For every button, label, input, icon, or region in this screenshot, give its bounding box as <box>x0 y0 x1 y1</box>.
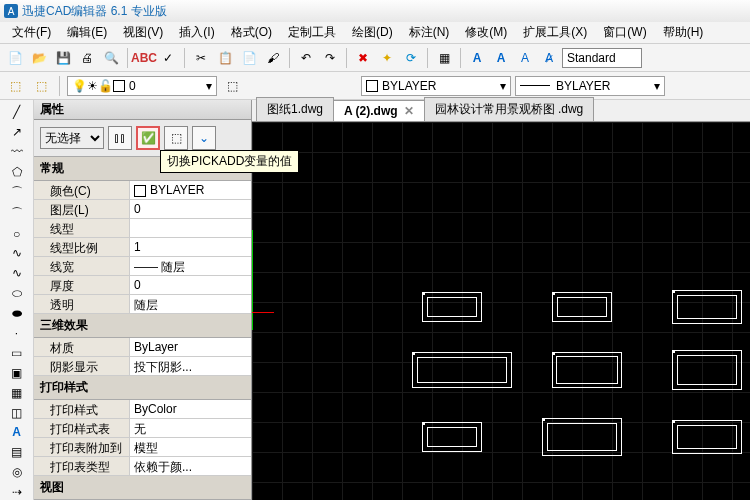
redo-icon[interactable]: ↷ <box>319 47 341 69</box>
line-icon[interactable]: ╱ <box>6 104 28 120</box>
copy-icon[interactable]: 📋 <box>214 47 236 69</box>
ucs-x-axis <box>252 312 274 313</box>
color-swatch <box>366 80 378 92</box>
menu-modify[interactable]: 修改(M) <box>457 22 515 43</box>
menu-window[interactable]: 窗口(W) <box>595 22 654 43</box>
preview-icon[interactable]: 🔍 <box>100 47 122 69</box>
color-combo[interactable]: BYLAYER ▾ <box>361 76 511 96</box>
menu-edit[interactable]: 编辑(E) <box>59 22 115 43</box>
tab-doc3[interactable]: 园林设计常用景观桥图 .dwg <box>424 97 595 121</box>
prop-value[interactable]: 模型 <box>130 438 251 456</box>
circle-icon[interactable]: ○ <box>6 226 28 242</box>
cad-entity[interactable] <box>552 352 622 388</box>
menu-draw[interactable]: 绘图(D) <box>344 22 401 43</box>
spell-icon[interactable]: ✓ <box>157 47 179 69</box>
print-icon[interactable]: 🖨 <box>76 47 98 69</box>
ellipse-icon[interactable]: ⬭ <box>6 285 28 301</box>
open-icon[interactable]: 📂 <box>28 47 50 69</box>
hatch-icon[interactable]: ▦ <box>6 385 28 401</box>
layer-combo[interactable]: 💡 ☀ 🔓 0 ▾ <box>67 76 217 96</box>
ellipsearc-icon[interactable]: ⬬ <box>6 305 28 321</box>
text-icon[interactable]: A <box>6 424 28 440</box>
drawing-viewport[interactable] <box>252 122 750 500</box>
table-icon[interactable]: ▤ <box>6 444 28 460</box>
tab-doc2[interactable]: A (2).dwg✕ <box>333 100 425 121</box>
prop-value[interactable]: 依赖于颜... <box>130 457 251 475</box>
app-logo: A <box>4 4 18 18</box>
region-icon[interactable]: ◫ <box>6 405 28 421</box>
menu-custom[interactable]: 定制工具 <box>280 22 344 43</box>
group-plot[interactable]: 打印样式 <box>34 376 251 400</box>
close-icon[interactable]: ✕ <box>404 104 414 118</box>
rect-icon[interactable]: ▭ <box>6 345 28 361</box>
point-icon[interactable]: · <box>6 325 28 341</box>
arc2-icon[interactable]: ⌒ <box>6 205 28 222</box>
menu-view[interactable]: 视图(V) <box>115 22 171 43</box>
text-a4-icon[interactable]: A̷ <box>538 47 560 69</box>
quickselect-button[interactable]: ⫿⫿ <box>108 126 132 150</box>
prop-value[interactable]: ByLayer <box>130 338 251 356</box>
arc-icon[interactable]: ⌒ <box>6 184 28 201</box>
filter-button[interactable]: ⌄ <box>192 126 216 150</box>
bulb-icon: 💡 <box>72 79 87 93</box>
selectobj-button[interactable]: ⬚ <box>164 126 188 150</box>
cut-icon[interactable]: ✂ <box>190 47 212 69</box>
menu-ext[interactable]: 扩展工具(X) <box>515 22 595 43</box>
prop-value[interactable] <box>130 219 251 237</box>
prop-value[interactable]: 0 <box>130 276 251 294</box>
linetype-combo[interactable]: BYLAYER ▾ <box>515 76 665 96</box>
xline-icon[interactable]: ↗ <box>6 124 28 140</box>
pickadd-toggle-button[interactable]: ✅ <box>136 126 160 150</box>
prop-value[interactable]: ByColor <box>130 400 251 418</box>
text-a1-icon[interactable]: A <box>466 47 488 69</box>
donut-icon[interactable]: ◎ <box>6 464 28 480</box>
textstyle-combo[interactable]: Standard <box>562 48 642 68</box>
ray-icon[interactable]: ⇢ <box>6 484 28 500</box>
cad-entity[interactable] <box>412 352 512 388</box>
text-a2-icon[interactable]: A <box>490 47 512 69</box>
group-3d[interactable]: 三维效果 <box>34 314 251 338</box>
save-icon[interactable]: 💾 <box>52 47 74 69</box>
color-value: BYLAYER <box>382 79 436 93</box>
paste-icon[interactable]: 📄 <box>238 47 260 69</box>
regen-icon[interactable]: ⟳ <box>400 47 422 69</box>
new-icon[interactable]: 📄 <box>4 47 26 69</box>
menu-insert[interactable]: 插入(I) <box>171 22 222 43</box>
tab-doc1[interactable]: 图纸1.dwg <box>256 97 334 121</box>
prop-value[interactable]: 0 <box>130 200 251 218</box>
prop-value[interactable]: BYLAYER <box>130 181 251 199</box>
pline-icon[interactable]: 〰 <box>6 144 28 160</box>
spline-icon[interactable]: ∿ <box>6 245 28 261</box>
cad-entity[interactable] <box>672 420 742 454</box>
cad-entity[interactable] <box>422 422 482 452</box>
selection-filter-combo[interactable]: 无选择 <box>40 127 104 149</box>
polygon-icon[interactable]: ⬠ <box>6 164 28 180</box>
prop-value[interactable]: —— 随层 <box>130 257 251 275</box>
explode-icon[interactable]: ✦ <box>376 47 398 69</box>
prop-value[interactable]: 1 <box>130 238 251 256</box>
cad-entity[interactable] <box>542 418 622 456</box>
cad-entity[interactable] <box>672 350 742 390</box>
layerstate-icon[interactable]: ⬚ <box>30 75 52 97</box>
cad-entity[interactable] <box>422 292 482 322</box>
cad-entity[interactable] <box>672 290 742 324</box>
spline2-icon[interactable]: ∿ <box>6 265 28 281</box>
menu-help[interactable]: 帮助(H) <box>655 22 712 43</box>
erase-icon[interactable]: ✖ <box>352 47 374 69</box>
menu-format[interactable]: 格式(O) <box>223 22 280 43</box>
group-view[interactable]: 视图 <box>34 476 251 500</box>
find-icon[interactable]: ABC <box>133 47 155 69</box>
prop-value[interactable]: 随层 <box>130 295 251 313</box>
text-a3-icon[interactable]: A <box>514 47 536 69</box>
prop-value[interactable]: 投下阴影... <box>130 357 251 375</box>
cad-entity[interactable] <box>552 292 612 322</box>
block-icon[interactable]: ▣ <box>6 365 28 381</box>
prop-value[interactable]: 无 <box>130 419 251 437</box>
menu-dim[interactable]: 标注(N) <box>401 22 458 43</box>
layerprev-icon[interactable]: ⬚ <box>221 75 243 97</box>
matchprop-icon[interactable]: 🖌 <box>262 47 284 69</box>
layers-icon[interactable]: ⬚ <box>4 75 26 97</box>
undo-icon[interactable]: ↶ <box>295 47 317 69</box>
menu-file[interactable]: 文件(F) <box>4 22 59 43</box>
nav-icon[interactable]: ▦ <box>433 47 455 69</box>
